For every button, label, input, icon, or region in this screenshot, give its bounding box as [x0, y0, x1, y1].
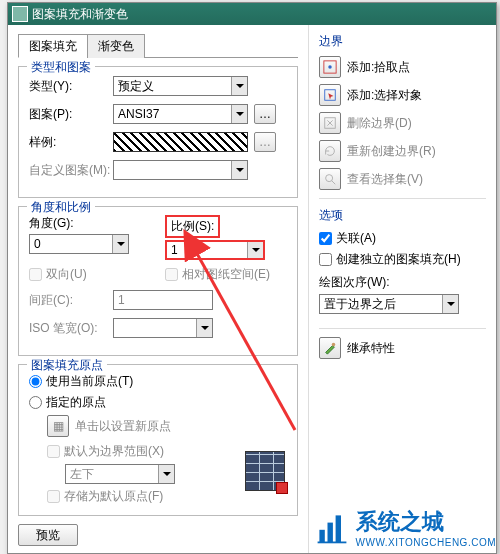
svg-rect-8 [327, 522, 332, 542]
select-obj-icon[interactable] [319, 84, 341, 106]
type-label: 类型(Y): [29, 78, 113, 95]
watermark-icon [314, 510, 350, 546]
custom-select [113, 160, 248, 180]
svg-point-4 [326, 175, 333, 182]
spacing-label: 间距(C): [29, 292, 113, 309]
iso-select [113, 318, 213, 338]
titlebar: 图案填充和渐变色 [8, 3, 496, 25]
tabs: 图案填充 渐变色 [18, 33, 298, 58]
pattern-select[interactable]: ANSI37 [113, 104, 248, 124]
angle-select[interactable]: 0 [29, 234, 129, 254]
scale-label: 比例(S): [165, 215, 220, 238]
specified-radio[interactable] [29, 396, 42, 409]
set-origin-icon: ▦ [47, 415, 69, 437]
bidir-check [29, 268, 42, 281]
select-obj-label[interactable]: 添加:选择对象 [347, 87, 422, 104]
group-origin: 图案填充原点 使用当前原点(T) 指定的原点 ▦单击以设置新原点 默认为边界范围… [18, 364, 298, 516]
preview-button[interactable]: 预览 [18, 524, 78, 546]
draworder-select[interactable]: 置于边界之后 [319, 294, 459, 314]
delete-bound-icon [319, 112, 341, 134]
pattern-label: 图案(P): [29, 106, 113, 123]
watermark-url: WWW.XITONGCHENG.COM [356, 537, 496, 548]
hatch-dialog: 图案填充和渐变色 图案填充 渐变色 类型和图案 类型(Y): 预定义 图案(P)… [7, 2, 497, 554]
recreate-icon [319, 140, 341, 162]
pattern-browse-button[interactable]: … [254, 104, 276, 124]
custom-label: 自定义图案(M): [29, 162, 113, 179]
relpaper-check [165, 268, 178, 281]
tab-gradient[interactable]: 渐变色 [87, 34, 145, 58]
inherit-label[interactable]: 继承特性 [347, 340, 395, 357]
view-sel-icon [319, 168, 341, 190]
type-select[interactable]: 预定义 [113, 76, 248, 96]
scale-select[interactable]: 1 [165, 240, 265, 260]
watermark-name: 系统之城 [356, 507, 496, 537]
svg-rect-9 [335, 515, 340, 542]
store-default-check [47, 490, 60, 503]
spacing-input: 1 [113, 290, 213, 310]
options-title: 选项 [319, 207, 486, 224]
boundary-title: 边界 [319, 33, 486, 50]
pick-point-icon[interactable] [319, 56, 341, 78]
group-title: 类型和图案 [27, 59, 95, 76]
sample-label: 样例: [29, 134, 113, 151]
origin-pos-select: 左下 [65, 464, 175, 484]
tab-hatch[interactable]: 图案填充 [18, 34, 88, 58]
svg-point-5 [332, 343, 336, 347]
watermark: 系统之城 WWW.XITONGCHENG.COM [314, 507, 496, 548]
group-title: 图案填充原点 [27, 357, 107, 374]
origin-preview-icon [245, 451, 285, 491]
svg-rect-7 [319, 529, 324, 542]
iso-label: ISO 笔宽(O): [29, 320, 113, 337]
swatch-browse-button: … [254, 132, 276, 152]
group-title: 角度和比例 [27, 199, 95, 216]
inherit-icon[interactable] [319, 337, 341, 359]
group-angle-scale: 角度和比例 角度(G): 0 比例(S): 1 双向(U) 相对图纸空间(E) [18, 206, 298, 356]
pattern-swatch[interactable] [113, 132, 248, 152]
use-current-radio[interactable] [29, 375, 42, 388]
pick-point-label[interactable]: 添加:拾取点 [347, 59, 410, 76]
angle-label: 角度(G): [29, 215, 151, 232]
app-icon [12, 6, 28, 22]
default-bound-check [47, 445, 60, 458]
assoc-check[interactable] [319, 232, 332, 245]
draworder-label: 绘图次序(W): [319, 274, 486, 291]
svg-point-1 [328, 65, 332, 69]
indep-check[interactable] [319, 253, 332, 266]
window-title: 图案填充和渐变色 [32, 6, 128, 23]
group-type-pattern: 类型和图案 类型(Y): 预定义 图案(P): ANSI37 … 样例: … 自… [18, 66, 298, 198]
